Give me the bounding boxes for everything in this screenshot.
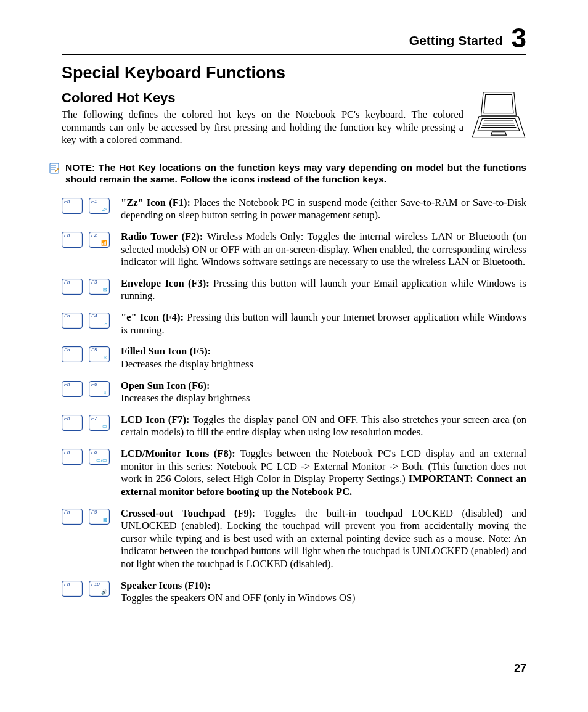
hotkey-name: LCD/Monitor Icons (F8):	[121, 448, 240, 459]
f-key-label: F6	[91, 382, 97, 387]
fn-key-icon: Fn	[62, 232, 83, 248]
f-key-icon: F10🔊	[89, 581, 110, 597]
key-pair: FnF10🔊	[62, 581, 121, 597]
header-bar: Getting Started 3	[62, 25, 526, 55]
fn-key-icon: Fn	[62, 198, 83, 214]
key-pair: FnF6☼	[62, 381, 121, 397]
key-pair: FnF9⊠	[62, 509, 121, 525]
f-key-label: F2	[91, 233, 97, 238]
f-key-label: F3	[91, 280, 97, 285]
hotkey-description: Open Sun Icon (F6):Increases the display…	[121, 380, 526, 405]
note-row: NOTE: The Hot Key locations on the funct…	[49, 162, 526, 186]
hotkey-item: FnF1Zᶻ"Zz" Icon (F1): Places the Noteboo…	[62, 197, 526, 222]
fn-key-icon: Fn	[62, 279, 83, 295]
f-key-icon: F4e	[89, 313, 110, 329]
svg-rect-4	[50, 163, 59, 173]
f-key-icon: F5☀	[89, 346, 110, 362]
fn-key-icon: Fn	[62, 415, 83, 431]
fn-label: Fn	[64, 280, 70, 285]
hotkey-item: FnF8▭/▭LCD/Monitor Icons (F8): Toggles b…	[62, 448, 526, 499]
intro-paragraph: The following defines the colored hot ke…	[62, 108, 463, 147]
hotkey-name: Radio Tower (F2):	[121, 231, 207, 242]
hotkey-list: FnF1Zᶻ"Zz" Icon (F1): Places the Noteboo…	[62, 197, 526, 605]
fn-key-icon: Fn	[62, 581, 83, 597]
hotkey-description: LCD Icon (F7): Toggles the display panel…	[121, 414, 526, 439]
fn-label: Fn	[64, 314, 70, 319]
hotkey-name: Filled Sun Icon (F5):	[121, 345, 211, 357]
hotkey-name: Crossed-out Touchpad (F9)	[121, 507, 252, 519]
hotkey-item: FnF6☼Open Sun Icon (F6):Increases the di…	[62, 380, 526, 405]
hotkey-item: FnF10🔊Speaker Icons (F10):Toggles the sp…	[62, 579, 526, 605]
key-pair: FnF4e	[62, 313, 121, 329]
intro-text: Colored Hot Keys The following defines t…	[62, 90, 463, 153]
f-key-symbol: 🔊	[101, 590, 107, 595]
laptop-icon	[471, 91, 526, 153]
fn-key-icon: Fn	[62, 509, 83, 525]
fn-key-icon: Fn	[62, 313, 83, 329]
note-icon	[49, 163, 60, 176]
hotkey-item: FnF7▭LCD Icon (F7): Toggles the display …	[62, 414, 526, 439]
hotkey-description: LCD/Monitor Icons (F8): Toggles between …	[121, 448, 526, 499]
fn-label: Fn	[64, 233, 70, 238]
hotkey-name: Speaker Icons (F10):	[121, 579, 211, 591]
fn-label: Fn	[64, 348, 70, 353]
f-key-icon: F8▭/▭	[89, 449, 110, 465]
f-key-icon: F6☼	[89, 381, 110, 397]
page-number: 27	[514, 662, 526, 675]
f-key-symbol: 📶	[101, 241, 107, 246]
hotkey-description: Filled Sun Icon (F5):Decreases the displ…	[121, 345, 526, 370]
f-key-symbol: ☼	[103, 390, 107, 395]
key-pair: FnF1Zᶻ	[62, 198, 121, 214]
hotkey-description: "e" Icon (F4): Pressing this button will…	[121, 311, 526, 337]
hotkey-description: "Zz" Icon (F1): Places the Notebook PC i…	[121, 197, 526, 222]
f-key-label: F4	[91, 314, 97, 319]
hotkey-item: FnF3✉Envelope Icon (F3): Pressing this b…	[62, 277, 526, 303]
f-key-label: F5	[91, 348, 97, 353]
fn-label: Fn	[64, 582, 70, 587]
f-key-label: F10	[91, 582, 100, 587]
hotkey-name: Envelope Icon (F3):	[121, 277, 213, 289]
hotkey-description: Envelope Icon (F3): Pressing this button…	[121, 277, 526, 303]
f-key-icon: F1Zᶻ	[89, 198, 110, 214]
page-title: Special Keyboard Functions	[62, 63, 526, 83]
f-key-symbol: ▭	[102, 424, 107, 429]
fn-key-icon: Fn	[62, 449, 83, 465]
key-pair: FnF8▭/▭	[62, 449, 121, 465]
fn-label: Fn	[64, 450, 70, 455]
hotkey-text: Increases the display brightness	[121, 392, 250, 404]
key-pair: FnF7▭	[62, 415, 121, 431]
intro-row: Colored Hot Keys The following defines t…	[62, 90, 526, 153]
f-key-symbol: ▭/▭	[96, 458, 107, 463]
hotkey-text: Decreases the display brightness	[121, 358, 253, 370]
key-pair: FnF2📶	[62, 232, 121, 248]
f-key-label: F8	[91, 450, 97, 455]
section-title: Getting Started	[409, 33, 503, 52]
f-key-icon: F2📶	[89, 232, 110, 248]
hotkey-description: Radio Tower (F2): Wireless Models Only: …	[121, 231, 526, 269]
hotkey-name: Open Sun Icon (F6):	[121, 380, 210, 391]
subheading: Colored Hot Keys	[62, 90, 463, 106]
fn-label: Fn	[64, 416, 70, 421]
f-key-symbol: e	[105, 322, 107, 327]
hotkey-item: FnF2📶Radio Tower (F2): Wireless Models O…	[62, 231, 526, 269]
hotkey-item: FnF5☀Filled Sun Icon (F5):Decreases the …	[62, 345, 526, 370]
fn-key-icon: Fn	[62, 346, 83, 362]
f-key-label: F7	[91, 416, 97, 421]
hotkey-name: "Zz" Icon (F1):	[121, 197, 194, 208]
f-key-icon: F3✉	[89, 279, 110, 295]
key-pair: FnF3✉	[62, 279, 121, 295]
fn-label: Fn	[64, 510, 70, 515]
key-pair: FnF5☀	[62, 346, 121, 362]
hotkey-name: "e" Icon (F4):	[121, 311, 187, 323]
f-key-icon: F9⊠	[89, 509, 110, 525]
document-page: Getting Started 3 Special Keyboard Funct…	[0, 0, 588, 712]
f-key-symbol: ✉	[103, 288, 107, 293]
f-key-symbol: Zᶻ	[102, 207, 107, 212]
chapter-number: 3	[512, 25, 526, 52]
hotkey-name: LCD Icon (F7):	[121, 414, 193, 425]
hotkey-description: Crossed-out Touchpad (F9): Toggles the b…	[121, 507, 526, 571]
f-key-label: F9	[91, 510, 97, 515]
f-key-label: F1	[91, 199, 97, 204]
hotkey-item: FnF9⊠Crossed-out Touchpad (F9): Toggles …	[62, 507, 526, 571]
fn-key-icon: Fn	[62, 381, 83, 397]
